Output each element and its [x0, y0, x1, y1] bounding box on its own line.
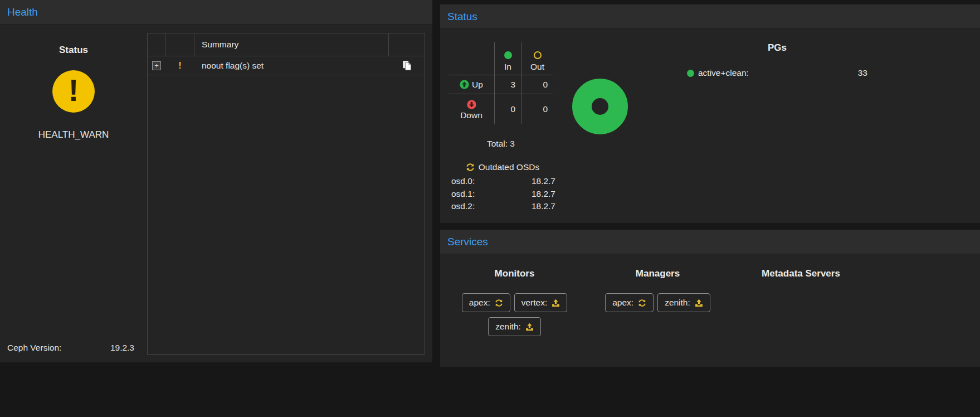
pg-donut-chart [572, 79, 628, 134]
health-status-column: Status ! HEALTH_WARN Ceph Version: 19.2.… [0, 25, 147, 362]
osd-in-header: In [494, 42, 521, 75]
monitors-badges: apex: vertex: zenith: [443, 293, 586, 336]
refresh-icon [495, 299, 503, 307]
pgs-legend-row: active+clean: 33 [685, 68, 869, 78]
outdated-osds-list: osd.0: 18.2.7 osd.1: 18.2.7 osd.2: 18.2.… [447, 175, 558, 213]
pg-state-count: 33 [858, 68, 867, 78]
copy-button[interactable] [389, 56, 425, 75]
ceph-version-label: Ceph Version: [7, 343, 61, 353]
managers-heading: Managers [586, 254, 729, 279]
status-badge: apex: [605, 293, 654, 312]
refresh-icon [638, 299, 646, 307]
list-item: osd.2: 18.2.7 [447, 200, 558, 213]
out-label: Out [530, 62, 544, 72]
upload-icon [552, 299, 560, 307]
pgs-block: PGs active+clean: 33 [685, 42, 869, 78]
monitors-heading: Monitors [443, 254, 586, 279]
services-panel-body: Monitors apex: vertex: [440, 254, 980, 366]
status-panel-header: Status [440, 4, 980, 29]
health-summary-table: Summary + ! noout flag(s) set [147, 33, 425, 355]
osd-name: osd.0: [451, 175, 475, 188]
osd-name: osd.2: [451, 200, 475, 213]
service-name: vertex: [521, 298, 548, 308]
status-badge: zenith: [488, 317, 541, 336]
outdated-osds-heading: Outdated OSDs [447, 162, 558, 172]
health-status-heading: Status [0, 25, 147, 56]
osd-down-row-header: Down [448, 94, 494, 124]
upload-icon [695, 299, 703, 307]
summary-column-header: Summary [194, 33, 389, 56]
osd-name: osd.1: [451, 188, 475, 201]
status-panel: Status In Out Up [440, 4, 980, 223]
down-circle-icon [467, 100, 476, 109]
osd-version: 18.2.7 [532, 200, 555, 213]
service-name: zenith: [665, 298, 690, 308]
upload-icon [525, 323, 534, 331]
status-badge: vertex: [514, 293, 568, 312]
header-expand-column [148, 33, 165, 56]
header-action-column [389, 33, 425, 56]
health-warning-icon: ! [52, 70, 95, 113]
down-label: Down [460, 110, 482, 120]
osd-down-out-count: 0 [521, 94, 553, 124]
health-panel-header: Health [0, 0, 432, 25]
osd-table-corner-cell [448, 42, 494, 75]
up-circle-icon [460, 80, 469, 89]
service-name: apex: [612, 298, 633, 308]
active-clean-dot-icon [687, 70, 694, 77]
managers-column: Managers apex: zenith: [586, 254, 729, 366]
osd-up-row-header: Up [448, 75, 494, 94]
osd-up-out-count: 0 [521, 75, 553, 94]
services-panel-header: Services [440, 230, 980, 254]
osd-up-in-count: 3 [494, 75, 521, 94]
pg-state-label: active+clean: [698, 68, 749, 78]
up-label: Up [472, 80, 483, 90]
metadata-servers-heading: Metadata Servers [729, 254, 872, 279]
status-badge: apex: [462, 293, 510, 312]
status-panel-title: Status [447, 11, 477, 23]
ceph-version-row: Ceph Version: 19.2.3 [7, 343, 134, 353]
copy-icon [402, 60, 412, 71]
services-panel-title: Services [447, 236, 488, 248]
health-panel-title: Health [7, 6, 38, 18]
managers-badges: apex: zenith: [586, 293, 729, 312]
status-badge: zenith: [657, 293, 710, 312]
osd-version: 18.2.7 [532, 175, 555, 188]
osd-status-block: In Out Up 3 0 [447, 35, 558, 213]
outdated-osds-label: Outdated OSDs [479, 162, 539, 172]
health-panel-body: Status ! HEALTH_WARN Ceph Version: 19.2.… [0, 25, 432, 362]
in-label: In [504, 62, 511, 72]
table-row[interactable]: + ! noout flag(s) set [148, 56, 425, 75]
health-table-header: Summary [148, 33, 425, 56]
ceph-version-value: 19.2.3 [110, 343, 134, 353]
services-panel: Services Monitors apex: vertex: [440, 230, 980, 367]
out-ring-icon [534, 51, 542, 59]
service-name: zenith: [495, 322, 521, 332]
osd-down-in-count: 0 [494, 94, 521, 124]
list-item: osd.1: 18.2.7 [447, 188, 558, 201]
refresh-icon [466, 163, 475, 172]
osd-out-header: Out [521, 42, 553, 75]
monitors-column: Monitors apex: vertex: [443, 254, 586, 366]
metadata-servers-column: Metadata Servers [729, 254, 872, 366]
health-panel: Health Status ! HEALTH_WARN Ceph Version… [0, 0, 432, 362]
status-panel-body: In Out Up 3 0 [440, 29, 980, 222]
osd-in-out-table: In Out Up 3 0 [448, 42, 558, 124]
service-name: apex: [469, 298, 490, 308]
health-status-value: HEALTH_WARN [0, 129, 147, 140]
summary-cell: noout flag(s) set [194, 56, 389, 75]
osd-version: 18.2.7 [532, 188, 555, 201]
in-dot-icon [504, 51, 512, 59]
list-item: osd.0: 18.2.7 [447, 175, 558, 188]
header-severity-column [165, 33, 194, 56]
expand-row-button[interactable]: + [152, 61, 161, 70]
warning-severity-icon: ! [178, 61, 181, 71]
osd-total: Total: 3 [448, 139, 553, 149]
exclamation-mark: ! [69, 75, 79, 106]
pgs-heading: PGs [685, 42, 869, 54]
